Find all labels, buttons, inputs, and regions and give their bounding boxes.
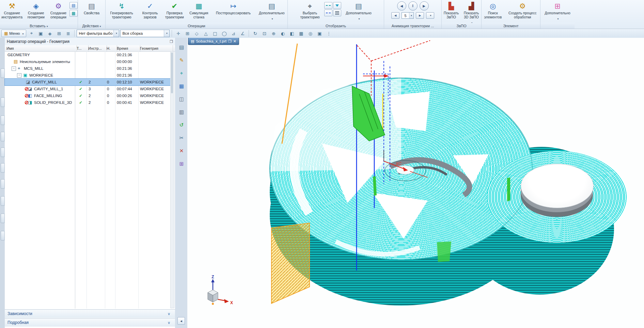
group-label-insert[interactable]: Вставить <box>0 23 78 29</box>
expander-icon[interactable] <box>17 73 21 78</box>
group-label-actions[interactable]: Действия <box>78 23 105 29</box>
copy-button[interactable]: ◫ <box>177 94 186 104</box>
step-back-button[interactable]: ◀ <box>391 12 399 19</box>
spinner-arrow-icon[interactable] <box>409 13 413 18</box>
selection-scope-dropdown[interactable]: Вся сборка <box>120 30 170 37</box>
extra-more-button[interactable]: ⊞ Дополнительно <box>541 1 574 21</box>
play-button[interactable]: ▶ <box>420 1 429 11</box>
find-features-button[interactable]: ◎ Поиск элементов <box>482 1 504 19</box>
graphics-canvas[interactable]: XC Z X ▤ Sobachka_x_t.prt ❐ ✕ <box>187 38 644 328</box>
dropdown-arrow-icon[interactable] <box>164 30 169 37</box>
snap-point-button[interactable]: ⌖ <box>27 30 35 37</box>
rewind-button[interactable]: ◀ <box>397 1 406 11</box>
rotate-view-button[interactable]: ◧ <box>288 30 296 37</box>
restore-window-icon[interactable]: ❐ <box>228 39 232 44</box>
selection-rules-button[interactable]: ≣ <box>64 30 72 37</box>
gouge-check-button[interactable]: ✓ Контроль зарезов <box>138 1 162 19</box>
table-row-workpiece[interactable]: ▣ WORKPIECE 00:21:36 <box>5 72 171 79</box>
section-dependencies[interactable]: Зависимости ∨ <box>5 309 175 318</box>
dock-grip-10[interactable] <box>1 231 5 240</box>
display-more-button[interactable]: ▤ Дополнительно <box>343 1 375 21</box>
collapse-panel-button[interactable]: ◂ <box>177 317 185 325</box>
view-more-button[interactable]: ⋮ <box>325 30 333 37</box>
menu-button[interactable]: ▦ Меню <box>1 30 26 37</box>
snap-tangent-button[interactable]: ⊿ <box>229 30 237 37</box>
snap-circle-button[interactable]: ◯ <box>220 30 228 37</box>
toolpath-points-button[interactable] <box>324 10 332 16</box>
chevron-down-icon[interactable]: ∨ <box>168 312 170 316</box>
verify-toolpath-button[interactable]: ✔ Проверка траектории <box>162 1 187 19</box>
generate-toolpath-button[interactable]: ↯ Генерировать траекторию <box>106 1 138 19</box>
column-header-time[interactable]: Время <box>115 45 140 51</box>
select-toolpath-button[interactable]: ⌖ Выбрать траекторию <box>297 1 323 19</box>
group-label-extra[interactable] <box>540 23 575 29</box>
scrollbar-thumb[interactable] <box>171 52 173 93</box>
dock-grip-5[interactable] <box>1 147 5 157</box>
export-button[interactable]: ⊞ <box>177 159 186 169</box>
create-tool-button[interactable]: ⚒ Создание инструмента <box>0 1 24 19</box>
table-row-mcs-mill[interactable]: ⌖ MCS_MILL 00:21:36 <box>5 65 171 72</box>
machine-tool-view-button[interactable]: ▤ <box>177 43 186 52</box>
select-body-button[interactable]: ◈ <box>46 30 54 37</box>
group-label-feature[interactable]: Элемент <box>482 23 540 29</box>
view-orient-button[interactable]: ▣ <box>315 30 324 37</box>
expander-icon[interactable] <box>12 66 16 71</box>
snap-endpoint-button[interactable]: ⊞ <box>183 30 191 37</box>
group-label-ipw[interactable]: ЗвПО <box>442 23 481 29</box>
animation-more-button[interactable] <box>426 12 434 19</box>
simulate-machine-button[interactable]: ▦ Симуляция станка <box>187 1 211 19</box>
method-view-button[interactable]: ▦ <box>177 81 186 91</box>
paste-button[interactable]: ▥ <box>177 107 186 117</box>
show-3d-ipw-button[interactable]: ▟ Показать 3D ЗвПО <box>461 1 481 25</box>
selection-filter-dropdown[interactable]: Нет фильтра выбо <box>77 30 119 37</box>
select-face-button[interactable]: ▣ <box>36 30 45 37</box>
toolpath-dash-button[interactable] <box>324 2 332 9</box>
dock-grip-4[interactable] <box>1 132 5 141</box>
regenerate-button[interactable]: ↺ <box>177 120 186 130</box>
close-icon[interactable]: ✕ <box>233 39 236 44</box>
dock-grip-2[interactable] <box>1 97 5 107</box>
column-header-tool[interactable]: Инстр... <box>87 45 107 51</box>
show-ipw-button[interactable]: ▙ Показать ЗвПО <box>442 1 461 19</box>
refresh-view-button[interactable]: ↻ <box>251 30 259 37</box>
create-process-button[interactable]: ⚙ Создать процесс обработки <box>505 1 540 19</box>
snap-face-button[interactable]: □ <box>211 30 219 37</box>
group-label-animation[interactable]: Анимация траектории ... <box>384 23 441 29</box>
create-operation-button[interactable]: ⚙ Создание операции <box>48 1 69 19</box>
zoom-button[interactable]: ⊕ <box>269 30 278 37</box>
pattern-toggle-button[interactable]: ▩ <box>69 10 78 17</box>
snap-midpoint-button[interactable]: ◇ <box>192 30 201 37</box>
snap-angle-button[interactable]: ∠ <box>238 30 247 37</box>
table-row-face-milling[interactable]: ⊘ ◧ FACE_MILLING ✓ 2 0 00:00:26 WORKPIEC… <box>5 92 171 99</box>
shaded-style-button[interactable]: ▦ <box>297 30 305 37</box>
create-geometry-button[interactable]: ◈ Создание геометрии <box>25 1 47 19</box>
properties-button[interactable]: ▤ Свойства <box>80 1 103 15</box>
wcs-triad[interactable]: XC <box>384 150 428 177</box>
delete-button[interactable]: ✕ <box>177 146 186 156</box>
dock-grip-9[interactable] <box>1 214 5 223</box>
table-row-unused[interactable]: ▤ Неиспользуемые элементы 00:00:00 <box>5 58 171 65</box>
operations-more-button[interactable]: ▤ Дополнительно <box>256 1 287 21</box>
column-header-geometry[interactable]: Геометрия <box>138 45 173 51</box>
fit-view-button[interactable]: ⊡ <box>260 30 268 37</box>
view-triad[interactable]: Z X <box>208 275 233 305</box>
animation-speed-spinner[interactable]: 5 <box>402 12 414 19</box>
levels-button[interactable] <box>333 10 341 16</box>
dock-grip-7[interactable] <box>1 179 5 189</box>
navigator-title-bar[interactable]: Навигатор операций - Геометрия ❐ <box>5 38 175 46</box>
step-forward-button[interactable]: ▶ <box>416 12 424 19</box>
table-row-cavity-mill-1[interactable]: ⊘ ◪ CAVITY_MILL_1 ✓ 3 0 00:07:44 WORKPIE… <box>5 85 171 92</box>
create-program-button[interactable]: ▤ <box>69 2 78 9</box>
undock-panel-icon[interactable]: ❐ <box>170 40 173 44</box>
dock-grip-8[interactable] <box>1 196 5 206</box>
dock-grip-1[interactable] <box>1 68 5 78</box>
table-row-solid-profile-3d[interactable]: ⊘ ◨ SOLID_PROFILE_3D ✓ 2 0 00:00:41 WORK… <box>5 99 171 106</box>
table-row-geometry[interactable]: GEOMETRY 00:21:36 <box>5 51 171 58</box>
navigator-scrollbar[interactable] <box>170 51 174 308</box>
part-tab[interactable]: ▤ Sobachka_x_t.prt ❐ ✕ <box>188 38 239 45</box>
dropdown-arrow-icon[interactable] <box>113 30 119 37</box>
dock-grip-3[interactable] <box>1 115 5 125</box>
chevron-down-icon[interactable]: ∨ <box>168 321 170 325</box>
dock-grip-6[interactable] <box>1 163 5 173</box>
table-row-cavity-mill[interactable]: ◪ CAVITY_MILL ✓ 2 0 00:12:10 WORKPIECE <box>5 79 171 85</box>
